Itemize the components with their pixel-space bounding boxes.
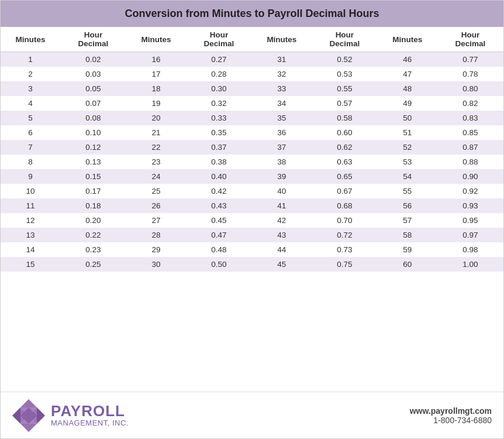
cell-minutes-4: 47 — [378, 67, 437, 81]
cell-decimal-4: 0.90 — [437, 169, 503, 184]
cell-decimal-3: 0.60 — [312, 125, 378, 140]
cell-minutes-4: 53 — [378, 155, 437, 169]
cell-decimal-1: 0.15 — [60, 169, 126, 184]
cell-minutes-3: 33 — [252, 81, 312, 96]
cell-decimal-2: 0.38 — [186, 155, 252, 169]
cell-decimal-3: 0.55 — [312, 81, 378, 96]
cell-minutes-3: 37 — [252, 140, 312, 155]
cell-decimal-3: 0.68 — [312, 198, 378, 213]
cell-decimal-2: 0.27 — [186, 52, 252, 67]
cell-minutes-1: 7 — [1, 140, 60, 155]
cell-minutes-1: 13 — [1, 228, 60, 242]
cell-decimal-1: 0.18 — [60, 198, 126, 213]
contact-info: www.payrollmgt.com 1-800-734-6880 — [410, 406, 492, 425]
cell-minutes-2: 28 — [126, 228, 186, 242]
cell-minutes-2: 22 — [126, 140, 186, 155]
cell-minutes-4: 46 — [378, 52, 437, 67]
table-row: 10.02160.27310.52460.77 — [1, 52, 503, 67]
cell-minutes-2: 25 — [126, 184, 186, 198]
cell-minutes-3: 45 — [252, 257, 312, 272]
table-row: 130.22280.47430.72580.97 — [1, 228, 503, 242]
cell-minutes-4: 52 — [378, 140, 437, 155]
table-wrapper: Minutes HourDecimal Minutes HourDecimal … — [1, 27, 503, 392]
cell-decimal-2: 0.35 — [186, 125, 252, 140]
conversion-table: Minutes HourDecimal Minutes HourDecimal … — [1, 27, 503, 272]
cell-minutes-2: 21 — [126, 125, 186, 140]
cell-minutes-3: 44 — [252, 242, 312, 257]
cell-decimal-2: 0.30 — [186, 81, 252, 96]
cell-minutes-1: 10 — [1, 184, 60, 198]
cell-decimal-1: 0.08 — [60, 111, 126, 125]
cell-minutes-3: 42 — [252, 213, 312, 228]
cell-minutes-1: 3 — [1, 81, 60, 96]
page-title: Conversion from Minutes to Payroll Decim… — [1, 1, 503, 27]
cell-minutes-3: 43 — [252, 228, 312, 242]
col-header-minutes-2: Minutes — [126, 27, 186, 52]
cell-minutes-2: 27 — [126, 213, 186, 228]
cell-decimal-3: 0.52 — [312, 52, 378, 67]
cell-decimal-2: 0.28 — [186, 67, 252, 81]
phone-text: 1-800-734-6880 — [410, 416, 492, 425]
logo-payroll-text: PAYROLL — [51, 403, 129, 419]
cell-decimal-2: 0.40 — [186, 169, 252, 184]
table-row: 60.10210.35360.60510.85 — [1, 125, 503, 140]
cell-minutes-1: 4 — [1, 96, 60, 111]
logo-area: PAYROLL MANAGEMENT, INC. — [12, 399, 129, 432]
cell-minutes-2: 29 — [126, 242, 186, 257]
cell-decimal-1: 0.20 — [60, 213, 126, 228]
cell-minutes-1: 15 — [1, 257, 60, 272]
cell-decimal-1: 0.23 — [60, 242, 126, 257]
cell-minutes-2: 24 — [126, 169, 186, 184]
cell-minutes-3: 34 — [252, 96, 312, 111]
cell-decimal-1: 0.02 — [60, 52, 126, 67]
logo-text: PAYROLL MANAGEMENT, INC. — [51, 403, 129, 427]
col-header-decimal-4: HourDecimal — [437, 27, 503, 52]
cell-decimal-4: 0.85 — [437, 125, 503, 140]
cell-minutes-3: 39 — [252, 169, 312, 184]
cell-decimal-2: 0.43 — [186, 198, 252, 213]
cell-minutes-4: 48 — [378, 81, 437, 96]
cell-minutes-1: 11 — [1, 198, 60, 213]
cell-decimal-2: 0.45 — [186, 213, 252, 228]
col-header-minutes-4: Minutes — [378, 27, 437, 52]
cell-minutes-2: 18 — [126, 81, 186, 96]
cell-minutes-4: 59 — [378, 242, 437, 257]
table-row: 150.25300.50450.75601.00 — [1, 257, 503, 272]
cell-decimal-4: 0.83 — [437, 111, 503, 125]
cell-decimal-4: 0.95 — [437, 213, 503, 228]
cell-minutes-4: 51 — [378, 125, 437, 140]
cell-minutes-3: 31 — [252, 52, 312, 67]
cell-minutes-3: 40 — [252, 184, 312, 198]
cell-minutes-1: 9 — [1, 169, 60, 184]
table-row: 70.12220.37370.62520.87 — [1, 140, 503, 155]
table-row: 20.03170.28320.53470.78 — [1, 67, 503, 81]
cell-decimal-3: 0.58 — [312, 111, 378, 125]
cell-decimal-2: 0.42 — [186, 184, 252, 198]
table-body: 10.02160.27310.52460.7720.03170.28320.53… — [1, 52, 503, 272]
cell-decimal-4: 0.77 — [437, 52, 503, 67]
table-row: 30.05180.30330.55480.80 — [1, 81, 503, 96]
cell-decimal-2: 0.32 — [186, 96, 252, 111]
cell-minutes-2: 16 — [126, 52, 186, 67]
cell-decimal-4: 0.87 — [437, 140, 503, 155]
cell-decimal-4: 0.97 — [437, 228, 503, 242]
cell-minutes-2: 30 — [126, 257, 186, 272]
col-header-minutes-1: Minutes — [1, 27, 60, 52]
cell-minutes-4: 58 — [378, 228, 437, 242]
cell-minutes-4: 54 — [378, 169, 437, 184]
cell-decimal-4: 0.80 — [437, 81, 503, 96]
cell-decimal-2: 0.50 — [186, 257, 252, 272]
cell-minutes-1: 1 — [1, 52, 60, 67]
cell-decimal-2: 0.37 — [186, 140, 252, 155]
cell-decimal-2: 0.47 — [186, 228, 252, 242]
footer: PAYROLL MANAGEMENT, INC. www.payrollmgt.… — [1, 392, 503, 438]
cell-decimal-3: 0.73 — [312, 242, 378, 257]
table-header-row: Minutes HourDecimal Minutes HourDecimal … — [1, 27, 503, 52]
cell-minutes-1: 12 — [1, 213, 60, 228]
cell-decimal-3: 0.75 — [312, 257, 378, 272]
cell-decimal-3: 0.67 — [312, 184, 378, 198]
cell-decimal-4: 0.92 — [437, 184, 503, 198]
cell-decimal-3: 0.65 — [312, 169, 378, 184]
cell-minutes-3: 41 — [252, 198, 312, 213]
cell-minutes-3: 32 — [252, 67, 312, 81]
